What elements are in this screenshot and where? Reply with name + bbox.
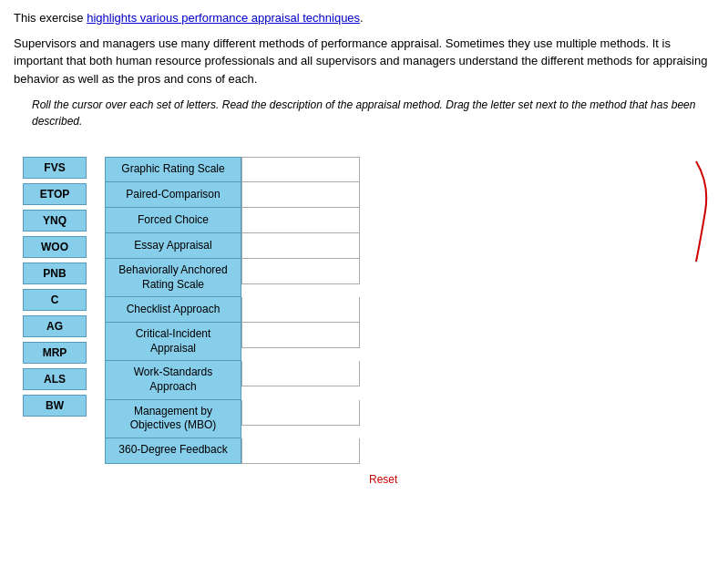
matching-area: Graphic Rating ScalePaired-ComparisonFor… — [105, 157, 397, 464]
method-label: Graphic Rating Scale — [105, 157, 241, 182]
answer-box[interactable] — [241, 323, 360, 348]
match-row: Checklist Approach — [105, 297, 397, 323]
answer-box[interactable] — [241, 182, 360, 208]
match-row: Graphic Rating Scale — [105, 157, 397, 182]
intro-line2: Supervisors and managers use many differ… — [14, 35, 714, 88]
method-label: Essay Appraisal — [105, 233, 241, 259]
answer-box[interactable] — [241, 259, 360, 284]
match-row: 360-Degree Feedback — [105, 438, 397, 464]
letter-btn-ynq[interactable]: YNQ — [23, 210, 87, 232]
method-label: 360-Degree Feedback — [105, 438, 241, 464]
reset-button[interactable]: Reset — [369, 473, 397, 486]
answer-box[interactable] — [241, 157, 360, 182]
intro-line1: This exercise highlights various perform… — [14, 9, 714, 27]
method-label: Critical-Incident Appraisal — [105, 323, 241, 361]
match-row: Management by Objectives (MBO) — [105, 400, 397, 438]
letter-btn-etop[interactable]: ETOP — [23, 183, 87, 205]
answer-box[interactable] — [241, 297, 360, 323]
letter-buttons-container: FVSETOPYNQWOOPNBCAGMRPALSBW — [23, 157, 87, 486]
method-label: Forced Choice — [105, 208, 241, 233]
method-label: Management by Objectives (MBO) — [105, 400, 241, 438]
red-curve-decoration — [678, 157, 714, 269]
method-label: Behaviorally Anchored Rating Scale — [105, 259, 241, 297]
match-row: Forced Choice — [105, 208, 397, 233]
instructions: Roll the cursor over each set of letters… — [32, 97, 714, 129]
method-label: Work-Standards Approach — [105, 361, 241, 399]
letter-btn-als[interactable]: ALS — [23, 368, 87, 390]
answer-box[interactable] — [241, 400, 360, 426]
letter-btn-mrp[interactable]: MRP — [23, 342, 87, 364]
match-row: Paired-Comparison — [105, 182, 397, 208]
match-row: Behaviorally Anchored Rating Scale — [105, 259, 397, 297]
method-label: Paired-Comparison — [105, 182, 241, 208]
method-label: Checklist Approach — [105, 297, 241, 323]
match-row: Essay Appraisal — [105, 233, 397, 259]
match-row: Critical-Incident Appraisal — [105, 323, 397, 361]
letter-btn-bw[interactable]: BW — [23, 395, 87, 417]
answer-box[interactable] — [241, 361, 360, 386]
match-row: Work-Standards Approach — [105, 361, 397, 399]
answer-box[interactable] — [241, 438, 360, 464]
letter-btn-pnb[interactable]: PNB — [23, 263, 87, 284]
letter-btn-fvs[interactable]: FVS — [23, 157, 87, 179]
exercise-area: FVSETOPYNQWOOPNBCAGMRPALSBW Graphic Rati… — [23, 148, 714, 486]
answer-box[interactable] — [241, 233, 360, 259]
answer-box[interactable] — [241, 208, 360, 233]
letter-btn-c[interactable]: C — [23, 289, 87, 311]
letter-btn-ag[interactable]: AG — [23, 315, 87, 337]
letter-btn-woo[interactable]: WOO — [23, 236, 87, 258]
